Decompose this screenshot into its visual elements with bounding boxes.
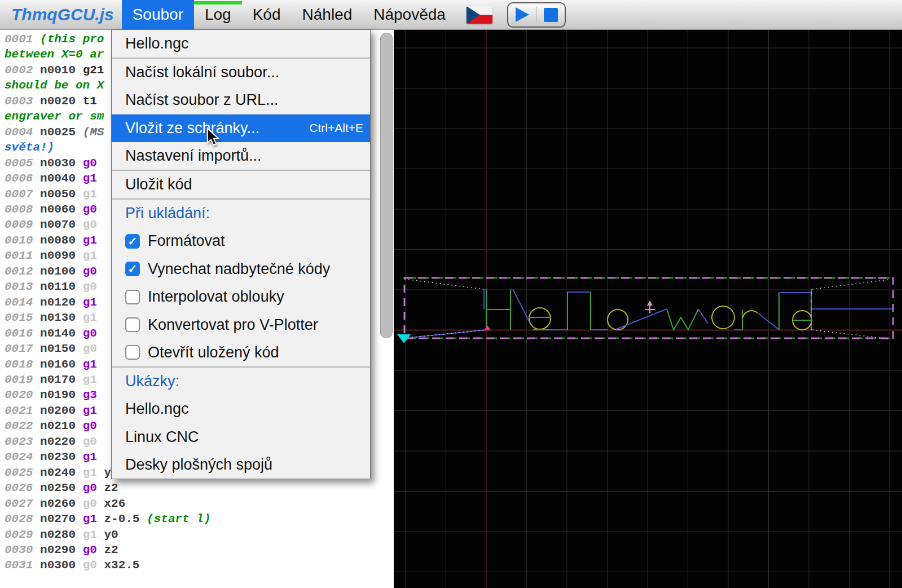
menubar-item-nápověda[interactable]: Nápověda <box>363 0 456 29</box>
menu-item-label: Interpolovat oblouky <box>148 288 284 306</box>
file-menu-dropdown: Hello.ngcNačíst lokální soubor...Načíst … <box>111 29 371 479</box>
menu-item-label: Linux CNC <box>125 428 199 446</box>
toolpath-cut-segment <box>667 309 698 330</box>
code-line: 0026 n0250 g0 z2 <box>5 480 211 496</box>
menu-item-label: Konvertovat pro V-Plotter <box>148 316 318 334</box>
toolpath-arc-path <box>742 311 758 318</box>
toolpath-arc-circle <box>529 308 551 329</box>
menu-item-label: Hello.ngc <box>125 400 189 418</box>
checkbox-unchecked-icon[interactable] <box>125 345 140 360</box>
checkbox-unchecked-icon[interactable] <box>125 317 140 332</box>
menu-item[interactable]: Načíst soubor z URL... <box>112 86 370 114</box>
menu-item-label: Při ukládání: <box>125 205 210 222</box>
menu-item[interactable]: Desky plošných spojů <box>112 451 370 479</box>
code-line: 0030 n0290 g0 z2 <box>5 542 211 558</box>
menubar-item-log[interactable]: Log <box>194 0 242 29</box>
code-line: 0027 n0260 g0 x26 <box>5 496 211 511</box>
menu-item-label: Otevřít uložený kód <box>148 344 279 361</box>
menubar-item-soubor[interactable]: Soubor <box>122 0 194 29</box>
menubar: ThmqGCU.js SouborLogKódNáhledNápověda <box>0 0 902 30</box>
menu-item-label: Nastavení importů... <box>125 147 262 165</box>
menu-item[interactable]: Načíst lokální soubor... <box>112 59 370 86</box>
menu-checkbox-item[interactable]: Interpolovat oblouky <box>112 283 370 311</box>
app-title: ThmqGCU.js <box>11 0 114 29</box>
menu-item-label: Načíst soubor z URL... <box>125 91 279 109</box>
start-point-marker <box>484 325 491 330</box>
menu-item-shortcut: Ctrl+Alt+E <box>309 121 363 135</box>
menubar-item-náhled[interactable]: Náhled <box>292 0 363 29</box>
editor-scrollbar[interactable] <box>380 33 393 338</box>
checkbox-checked-icon[interactable]: ✓ <box>125 262 140 276</box>
menu-item-label: Uložit kód <box>125 176 192 193</box>
menu-item-label: Načíst lokální soubor... <box>125 64 279 81</box>
code-line: 0031 n0300 g0 x32.5 <box>5 558 211 573</box>
toolpath-dot-segment <box>404 279 483 289</box>
toolpath-arc-circle <box>608 310 628 330</box>
menubar-items: SouborLogKódNáhledNápověda <box>122 0 456 29</box>
menu-section-header: Ukázky: <box>112 368 370 395</box>
app-window: 0001 (this probetween X=0 ar0002 n0010 g… <box>0 0 902 588</box>
menu-item-label: Desky plošných spojů <box>125 456 272 474</box>
code-line: 0028 n0270 g1 z-0.5 (start l) <box>5 511 211 527</box>
menu-section-header: Při ukládání: <box>112 200 370 227</box>
stop-icon <box>544 8 558 22</box>
menu-item-label: Vynechat nadbytečné kódy <box>148 260 330 278</box>
checkbox-checked-icon[interactable]: ✓ <box>125 234 140 249</box>
stop-button[interactable] <box>536 3 565 26</box>
bounds-box <box>404 278 893 338</box>
toolpath-arc-circle <box>712 306 734 329</box>
menu-checkbox-item[interactable]: ✓Vynechat nadbytečné kódy <box>112 255 370 283</box>
menu-item[interactable]: Hello.ngc <box>112 395 370 423</box>
run-controls <box>507 2 566 28</box>
toolpath-rapid-segment <box>698 309 708 324</box>
play-button[interactable] <box>508 3 536 26</box>
menu-checkbox-item[interactable]: Konvertovat pro V-Plotter <box>112 311 370 338</box>
czech-flag-icon <box>467 6 492 24</box>
menu-item[interactable]: Uložit kód <box>112 171 370 198</box>
active-log-marker <box>194 1 242 5</box>
menu-item-label: Hello.ngc <box>125 35 189 52</box>
code-line: 0029 n0280 g1 y0 <box>5 527 211 542</box>
menubar-item-kód[interactable]: Kód <box>242 0 292 29</box>
mouse-cursor <box>206 127 223 147</box>
menu-item[interactable]: Hello.ngc <box>112 30 370 58</box>
menu-item[interactable]: Linux CNC <box>112 423 370 450</box>
menu-checkbox-item[interactable]: ✓Formátovat <box>112 227 370 255</box>
menu-item-label: Formátovat <box>148 232 225 250</box>
menu-item[interactable]: Vložit ze schránky...Ctrl+Alt+E <box>112 114 370 142</box>
play-icon <box>515 7 530 23</box>
toolpath-dot-segment <box>812 280 888 289</box>
menu-checkbox-item[interactable]: Otevřít uložený kód <box>112 339 370 366</box>
menu-item-label: Ukázky: <box>125 373 179 390</box>
menu-item[interactable]: Nastavení importů... <box>112 142 370 170</box>
menu-item-label: Vložit ze schránky... <box>125 120 259 137</box>
toolpath-preview-pane[interactable] <box>394 29 902 588</box>
toolpath-canvas <box>394 29 902 588</box>
toolpath-dot-segment <box>812 330 888 339</box>
checkbox-unchecked-icon[interactable] <box>125 290 140 304</box>
